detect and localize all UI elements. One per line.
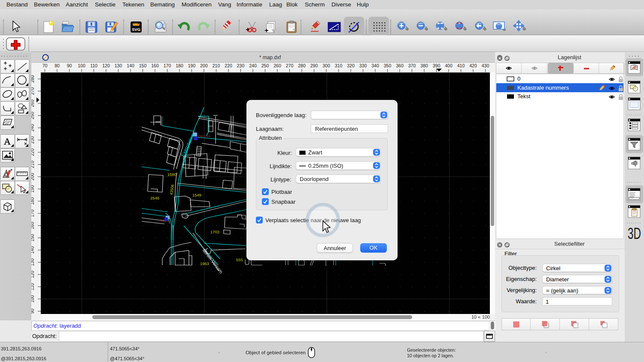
svg-text:260: 260 xyxy=(273,63,281,68)
svg-text:210: 210 xyxy=(213,63,220,68)
svg-text:270: 270 xyxy=(31,87,35,95)
svg-text:240: 240 xyxy=(31,124,35,132)
svg-text:230: 230 xyxy=(237,63,245,68)
svg-text:330: 330 xyxy=(359,63,367,68)
svg-text:2563284: 2563284 xyxy=(197,134,211,138)
svg-text:200: 200 xyxy=(200,63,208,68)
svg-text:150: 150 xyxy=(139,63,147,68)
svg-text:250: 250 xyxy=(261,63,269,68)
svg-text:160: 160 xyxy=(151,63,159,68)
svg-text:70: 70 xyxy=(43,63,48,68)
svg-text:SVG: SVG xyxy=(132,27,140,32)
svg-text:350: 350 xyxy=(384,63,392,68)
svg-text:A: A xyxy=(4,136,11,147)
svg-text:140: 140 xyxy=(127,63,134,68)
svg-text:90: 90 xyxy=(31,309,35,314)
svg-text:110: 110 xyxy=(31,283,35,290)
svg-text:420: 420 xyxy=(469,63,477,68)
svg-text:300: 300 xyxy=(322,63,330,68)
svg-text:190: 190 xyxy=(188,63,196,68)
svg-text:230: 230 xyxy=(31,136,35,144)
svg-text:100: 100 xyxy=(31,295,35,303)
svg-text:130: 130 xyxy=(31,259,35,266)
svg-text:110: 110 xyxy=(90,63,97,68)
svg-text:180: 180 xyxy=(176,63,183,68)
svg-text:43506: 43506 xyxy=(169,184,175,195)
svg-text:210: 210 xyxy=(31,161,35,169)
svg-text:1549: 1549 xyxy=(192,193,201,197)
svg-text:260: 260 xyxy=(31,100,35,107)
svg-text:555: 555 xyxy=(236,257,243,262)
svg-text:2546: 2546 xyxy=(150,196,159,200)
svg-text:250: 250 xyxy=(31,112,35,120)
svg-text:190: 190 xyxy=(31,185,35,193)
svg-text:290: 290 xyxy=(310,63,318,68)
svg-text:360: 360 xyxy=(396,63,404,68)
svg-text:150: 150 xyxy=(31,234,35,242)
svg-text:380: 380 xyxy=(420,63,428,68)
svg-text:220: 220 xyxy=(225,63,232,68)
svg-text:410: 410 xyxy=(457,63,465,68)
svg-text:310: 310 xyxy=(335,63,343,68)
svg-text:240: 240 xyxy=(249,63,257,68)
svg-text:120: 120 xyxy=(31,271,35,278)
svg-text:120: 120 xyxy=(102,63,110,68)
svg-text:3D: 3D xyxy=(628,225,641,242)
svg-text:130: 130 xyxy=(115,63,122,68)
svg-text:180: 180 xyxy=(31,197,35,205)
svg-text:340: 340 xyxy=(371,63,379,68)
svg-text:370: 370 xyxy=(408,63,416,68)
svg-text:1580: 1580 xyxy=(167,172,176,177)
svg-text:220: 220 xyxy=(31,148,35,156)
svg-text:270: 270 xyxy=(286,63,294,68)
svg-text:100: 100 xyxy=(78,63,85,68)
svg-text:80: 80 xyxy=(55,63,60,68)
svg-text:400: 400 xyxy=(445,63,453,68)
svg-text:390: 390 xyxy=(433,63,440,68)
svg-text:170: 170 xyxy=(31,210,35,217)
svg-text:90: 90 xyxy=(67,63,72,68)
svg-text:170: 170 xyxy=(164,63,171,68)
svg-text:200: 200 xyxy=(31,173,35,181)
svg-text:160: 160 xyxy=(31,222,35,229)
svg-text:280: 280 xyxy=(298,63,306,68)
svg-text:320: 320 xyxy=(347,63,355,68)
svg-text:430: 430 xyxy=(482,63,489,68)
svg-text:1703: 1703 xyxy=(210,229,219,234)
svg-text:1963: 1963 xyxy=(200,261,209,266)
svg-text:280: 280 xyxy=(31,75,35,83)
svg-text:140: 140 xyxy=(31,246,35,254)
